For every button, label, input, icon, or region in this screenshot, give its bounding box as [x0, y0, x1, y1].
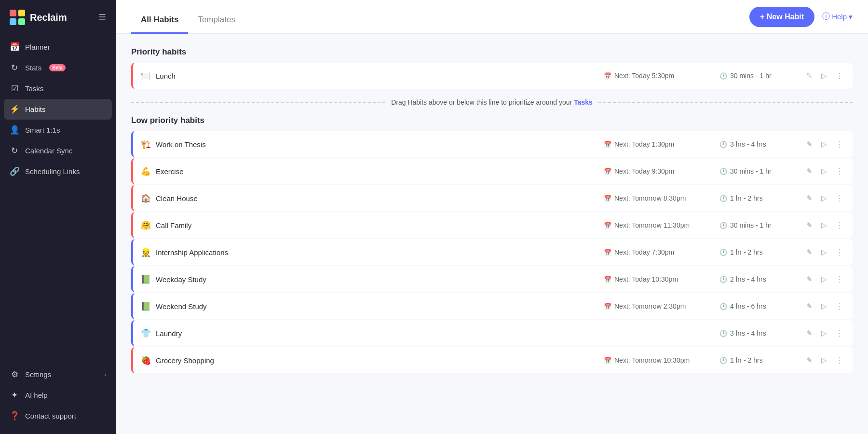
edit-icon[interactable]: ✎: [804, 273, 814, 285]
edit-icon[interactable]: ✎: [804, 354, 814, 366]
habit-duration-text: 1 hr - 2 hrs: [730, 194, 763, 202]
play-icon[interactable]: ▷: [819, 138, 829, 150]
habit-next: Next: Today 1:30pm: [604, 140, 719, 148]
habit-actions: ✎ ▷ ⋮: [804, 192, 845, 204]
habit-label: Laundry: [156, 329, 182, 338]
play-icon[interactable]: ▷: [819, 273, 829, 285]
play-icon[interactable]: ▷: [819, 69, 829, 82]
play-icon[interactable]: ▷: [819, 354, 829, 366]
more-icon[interactable]: ⋮: [834, 69, 845, 82]
more-icon[interactable]: ⋮: [834, 138, 845, 150]
habit-name: 🏗️ Work on Thesis: [141, 139, 604, 149]
habits-content: Priority habits 🍽️ Lunch Next: Today 5:3…: [116, 34, 868, 434]
sidebar-item-calendar-sync[interactable]: ↻ Calendar Sync: [4, 140, 112, 161]
divider-text: Drag Habits above or below this line to …: [391, 98, 593, 106]
habit-name: 👷 Internship Applications: [141, 247, 604, 258]
habit-next: Next: Tomorrow 8:30pm: [604, 194, 719, 202]
sidebar-item-scheduling-links[interactable]: 🔗 Scheduling Links: [4, 161, 112, 182]
habit-row: 👷 Internship Applications Next: Today 7:…: [131, 239, 853, 265]
header-actions: + New Habit ⓘ Help ▾: [749, 7, 853, 27]
habit-emoji: 🍽️: [141, 71, 151, 81]
play-icon[interactable]: ▷: [819, 219, 829, 231]
more-icon[interactable]: ⋮: [834, 219, 845, 231]
edit-icon[interactable]: ✎: [804, 138, 814, 150]
habit-emoji: 📗: [141, 274, 151, 285]
svg-rect-3: [18, 18, 25, 25]
habit-row: 🍽️ Lunch Next: Today 5:30pm 🕐 30 mins - …: [131, 63, 853, 89]
priority-section-title: Priority habits: [131, 47, 853, 57]
play-icon[interactable]: ▷: [819, 246, 829, 258]
more-icon[interactable]: ⋮: [834, 165, 845, 177]
more-icon[interactable]: ⋮: [834, 327, 845, 339]
habit-label: Lunch: [156, 72, 176, 80]
habit-next-time: Next: Today 9:30pm: [614, 167, 674, 175]
tab-all-habits[interactable]: All Habits: [131, 15, 188, 34]
habit-duration-text: 30 mins - 1 hr: [730, 167, 772, 175]
edit-icon[interactable]: ✎: [804, 246, 814, 258]
habit-label: Weekend Study: [156, 302, 207, 311]
sidebar-item-smart-1-1s[interactable]: 👤 Smart 1:1s: [4, 120, 112, 140]
habits-icon: ⚡: [10, 104, 19, 114]
sidebar-item-tasks[interactable]: ☑ Tasks: [4, 78, 112, 99]
clock-icon: 🕐: [719, 222, 727, 229]
habit-name: 📗 Weekday Study: [141, 274, 604, 285]
habit-emoji: 💪: [141, 166, 151, 176]
app-name: Reclaim: [30, 12, 67, 23]
clock-icon: 🕐: [719, 249, 727, 256]
edit-icon[interactable]: ✎: [804, 219, 814, 231]
play-icon[interactable]: ▷: [819, 300, 829, 312]
habit-label: Exercise: [156, 167, 184, 176]
reclaim-logo-icon: [10, 10, 25, 25]
habit-name: 💪 Exercise: [141, 166, 604, 176]
edit-icon[interactable]: ✎: [804, 69, 814, 82]
habit-name: 🍽️ Lunch: [141, 71, 604, 81]
habit-next-time: Next: Today 10:30pm: [614, 275, 678, 283]
habit-duration: 🕐 1 hr - 2 hrs: [719, 194, 797, 202]
more-icon[interactable]: ⋮: [834, 300, 845, 312]
sidebar-item-contact-support[interactable]: ❓ Contact support: [4, 406, 112, 426]
help-chevron-icon: ▾: [849, 13, 853, 21]
play-icon[interactable]: ▷: [819, 165, 829, 177]
play-icon[interactable]: ▷: [819, 327, 829, 339]
sidebar-item-habits[interactable]: ⚡ Habits: [4, 99, 112, 120]
habit-row: 🍓 Grocery Shopping Next: Tomorrow 10:30p…: [131, 347, 853, 373]
more-icon[interactable]: ⋮: [834, 354, 845, 366]
clock-icon: 🕐: [719, 330, 727, 337]
new-habit-button[interactable]: + New Habit: [749, 7, 814, 27]
habit-actions: ✎ ▷ ⋮: [804, 300, 845, 312]
sidebar-item-stats[interactable]: ↻ Stats Beta: [4, 57, 112, 78]
sidebar-item-planner[interactable]: 📅 Planner: [4, 37, 112, 57]
habit-duration-text: 30 mins - 1 hr: [730, 221, 772, 229]
more-icon[interactable]: ⋮: [834, 192, 845, 204]
habit-next: Next: Tomorrow 10:30pm: [604, 356, 719, 364]
sidebar-item-ai-help-label: AI help: [25, 391, 48, 399]
edit-icon[interactable]: ✎: [804, 165, 814, 177]
sidebar-item-scheduling-links-label: Scheduling Links: [25, 167, 80, 176]
habit-name: 🏠 Clean House: [141, 193, 604, 203]
sidebar-item-settings[interactable]: ⚙ Settings ›: [4, 364, 112, 385]
more-icon[interactable]: ⋮: [834, 246, 845, 258]
habit-next-time: Next: Tomorrow 10:30pm: [614, 356, 690, 364]
edit-icon[interactable]: ✎: [804, 300, 814, 312]
edit-icon[interactable]: ✎: [804, 327, 814, 339]
sidebar-item-ai-help[interactable]: ✦ AI help: [4, 385, 112, 406]
divider-tasks-link[interactable]: Tasks: [574, 98, 593, 106]
habit-emoji: 🍓: [141, 355, 151, 366]
habit-duration-text: 4 hrs - 6 hrs: [730, 302, 766, 310]
low-priority-habits-list: 🏗️ Work on Thesis Next: Today 1:30pm 🕐 3…: [131, 131, 853, 373]
ai-help-icon: ✦: [10, 390, 19, 400]
habit-name: 🤗 Call Family: [141, 220, 604, 231]
play-icon[interactable]: ▷: [819, 192, 829, 204]
habit-next-time: Next: Today 1:30pm: [614, 140, 674, 148]
planner-icon: 📅: [10, 42, 19, 52]
habit-row: 💪 Exercise Next: Today 9:30pm 🕐 30 mins …: [131, 158, 853, 184]
tab-templates[interactable]: Templates: [188, 15, 244, 34]
calendar-sync-icon: ↻: [10, 146, 19, 156]
habit-next-time: Next: Today 7:30pm: [614, 248, 674, 256]
priority-habits-list: 🍽️ Lunch Next: Today 5:30pm 🕐 30 mins - …: [131, 63, 853, 89]
menu-icon[interactable]: ☰: [98, 12, 106, 23]
more-icon[interactable]: ⋮: [834, 273, 845, 285]
help-button[interactable]: ⓘ Help ▾: [822, 12, 853, 22]
habit-next-time: Next: Tomorrow 11:30pm: [614, 221, 690, 229]
edit-icon[interactable]: ✎: [804, 192, 814, 204]
